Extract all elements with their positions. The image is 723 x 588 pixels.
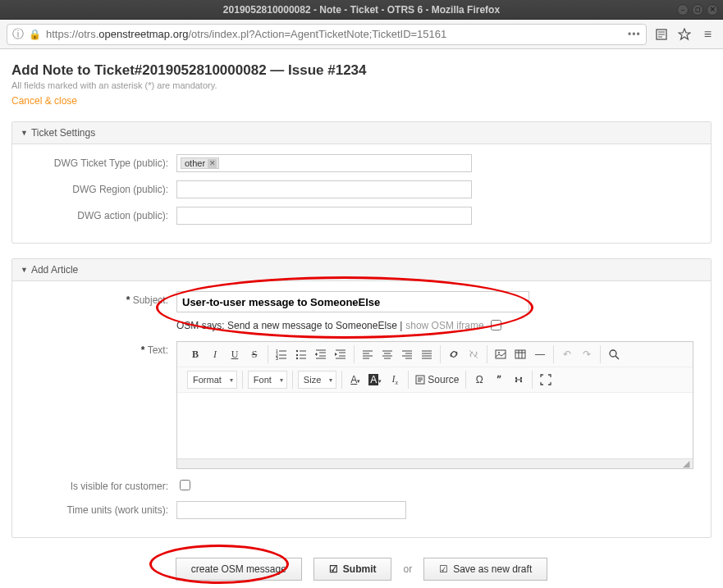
smart-quotes-button[interactable]: ˮ <box>491 371 507 389</box>
svg-marker-18 <box>315 353 318 354</box>
url-text: https://otrs.openstreetmap.org/otrs/inde… <box>46 28 623 40</box>
page-content: Add Note to Ticket#2019052810000082 — Is… <box>0 49 723 588</box>
svg-point-15 <box>296 358 298 359</box>
text-color-button[interactable]: A▾ <box>347 371 364 389</box>
align-justify-button[interactable] <box>419 345 435 363</box>
source-button[interactable]: Source <box>414 371 460 389</box>
svg-point-11 <box>296 350 298 352</box>
svg-rect-47 <box>515 350 525 358</box>
reader-mode-icon[interactable] <box>653 26 670 43</box>
ticket-settings-header[interactable]: ▼ Ticket Settings <box>12 122 711 144</box>
ticket-settings-widget: ▼ Ticket Settings DWG Ticket Type (publi… <box>11 121 712 244</box>
dwg-region-field[interactable] <box>176 180 472 198</box>
add-article-title: Add Article <box>31 264 78 276</box>
outdent-button[interactable] <box>313 345 329 363</box>
remove-tag-icon[interactable]: ✕ <box>208 159 217 168</box>
align-left-button[interactable] <box>359 345 376 363</box>
svg-marker-19 <box>315 354 318 356</box>
page-title: Add Note to Ticket#2019052810000082 — Is… <box>11 62 712 79</box>
osm-hint: OSM says: Send a new message to SomeoneE… <box>176 317 694 333</box>
mandatory-note: All fields marked with an asterisk (*) a… <box>11 80 712 90</box>
dwg-action-label: DWG action (public): <box>29 207 176 221</box>
hamburger-menu-icon[interactable]: ≡ <box>699 27 716 42</box>
svg-marker-24 <box>335 353 337 356</box>
image-button[interactable] <box>492 345 509 363</box>
remove-format-button[interactable]: Ix <box>387 371 403 389</box>
undo-button[interactable]: ↶ <box>559 345 575 363</box>
visible-for-customer-label: Is visible for customer: <box>29 477 176 492</box>
minimize-button[interactable]: – <box>677 4 689 16</box>
text-label: * Text: <box>29 341 176 356</box>
page-actions-icon[interactable]: ••• <box>628 29 641 40</box>
dwg-action-field[interactable] <box>176 207 472 225</box>
visible-for-customer-checkbox[interactable] <box>180 480 190 490</box>
numbered-list-button[interactable]: 123 <box>273 345 290 363</box>
svg-point-51 <box>610 350 616 357</box>
editor-toolbar-row-1: B I U S 123 <box>177 342 693 367</box>
save-as-draft-button[interactable]: ☑ Save as new draft <box>423 558 547 581</box>
code-snippet-button[interactable] <box>510 371 527 389</box>
svg-line-52 <box>615 356 619 359</box>
horizontal-rule-button[interactable]: ― <box>532 345 548 363</box>
redo-button[interactable]: ↷ <box>579 345 595 363</box>
strikethrough-button[interactable]: S <box>246 345 263 363</box>
time-units-input[interactable] <box>176 501 406 519</box>
align-center-button[interactable] <box>379 345 396 363</box>
add-article-header[interactable]: ▼ Add Article <box>12 259 711 281</box>
lock-icon: 🔒 <box>29 29 41 40</box>
dwg-ticket-type-field[interactable]: other ✕ <box>176 154 472 172</box>
create-osm-message-button[interactable]: create OSM message <box>176 558 302 581</box>
maximize-editor-button[interactable] <box>538 371 554 389</box>
add-article-widget: ▼ Add Article * Subject: OSM says: Send … <box>11 258 712 538</box>
editor-content-area[interactable] <box>177 393 693 458</box>
editor-toolbar-row-2: Format Font Size A▾ A▾ Ix <box>177 367 693 393</box>
subject-input[interactable] <box>176 291 529 312</box>
italic-button[interactable]: I <box>207 345 223 363</box>
dwg-region-label: DWG Region (public): <box>29 180 176 195</box>
time-units-label: Time units (work units): <box>29 501 176 516</box>
show-osm-iframe-link[interactable]: show OSM iframe <box>405 320 483 331</box>
browser-address-bar: ⓘ 🔒 https://otrs.openstreetmap.org/otrs/… <box>0 20 723 49</box>
close-window-button[interactable]: ✕ <box>707 4 718 16</box>
submit-button[interactable]: ☑ Submit <box>313 558 392 581</box>
url-field[interactable]: ⓘ 🔒 https://otrs.openstreetmap.org/otrs/… <box>7 24 647 45</box>
caret-down-icon: ▼ <box>21 266 28 274</box>
maximize-button[interactable]: ◻ <box>692 4 703 16</box>
subject-label: * Subject: <box>29 291 176 306</box>
indent-button[interactable] <box>332 345 349 363</box>
table-button[interactable] <box>512 345 529 363</box>
bullet-list-button[interactable] <box>293 345 309 363</box>
align-right-button[interactable] <box>399 345 415 363</box>
special-char-button[interactable]: Ω <box>471 371 487 389</box>
check-icon: ☑ <box>329 563 338 575</box>
bookmark-star-icon[interactable] <box>676 26 693 43</box>
or-text: or <box>403 563 412 575</box>
editor-resize-handle[interactable]: ◢ <box>177 458 693 468</box>
cancel-and-close-link[interactable]: Cancel & close <box>11 95 712 107</box>
svg-text:3: 3 <box>276 356 278 360</box>
dwg-ticket-type-label: DWG Ticket Type (public): <box>29 154 176 169</box>
format-combo[interactable]: Format <box>187 371 237 389</box>
font-combo[interactable]: Font <box>248 371 287 389</box>
unlink-button[interactable] <box>465 345 482 363</box>
window-titlebar: 2019052810000082 - Note - Ticket - OTRS … <box>0 0 723 20</box>
find-button[interactable] <box>606 345 622 363</box>
bold-button[interactable]: B <box>187 345 204 363</box>
save-draft-icon: ☑ <box>439 563 448 575</box>
dwg-ticket-type-tag: other ✕ <box>181 157 219 169</box>
show-osm-iframe-checkbox[interactable] <box>491 320 501 330</box>
underline-button[interactable]: U <box>227 345 243 363</box>
identity-icon[interactable]: ⓘ <box>12 27 24 42</box>
window-title: 2019052810000082 - Note - Ticket - OTRS … <box>223 4 500 16</box>
rich-text-editor: B I U S 123 <box>176 341 693 469</box>
svg-point-46 <box>498 352 500 353</box>
size-combo[interactable]: Size <box>298 371 336 389</box>
footer-actions: create OSM message ☑ Submit or ☑ Save as… <box>11 558 712 588</box>
ticket-settings-title: Ticket Settings <box>31 127 95 139</box>
svg-point-13 <box>296 354 298 356</box>
caret-down-icon: ▼ <box>21 129 28 137</box>
svg-marker-4 <box>679 29 690 39</box>
link-button[interactable] <box>446 345 462 363</box>
bg-color-button[interactable]: A▾ <box>367 371 383 389</box>
